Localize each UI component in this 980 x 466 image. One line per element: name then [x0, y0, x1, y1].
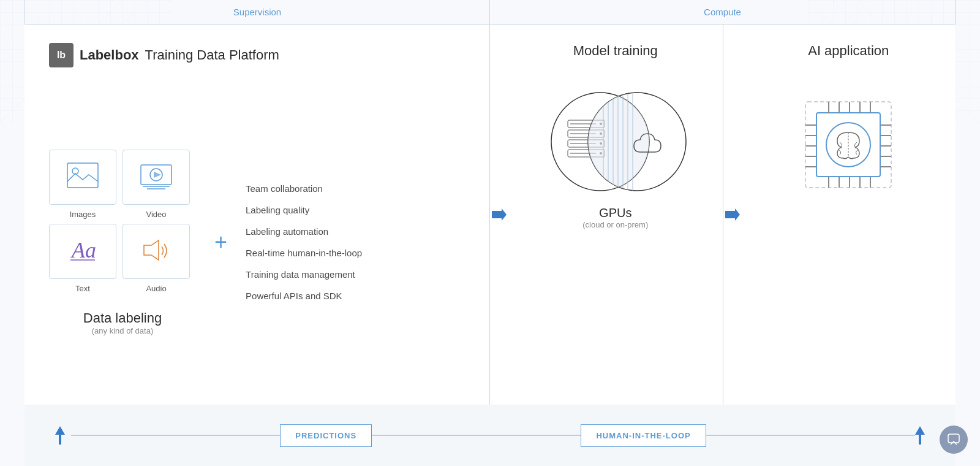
content-row: Images Video: [49, 98, 465, 386]
data-item-text: Aa Text: [49, 224, 116, 293]
feature-labeling-quality: Labeling quality: [246, 205, 362, 215]
ai-chip-container: [793, 90, 903, 200]
bottom-line-left: [71, 435, 280, 436]
feature-team-collaboration: Team collaboration: [246, 183, 362, 194]
logo-brand-name: Labelbox: [80, 47, 139, 63]
text-icon-box: Aa: [49, 224, 116, 279]
gpu-sub: (cloud or on-prem): [582, 220, 648, 229]
data-labeling-label: Data labeling (any kind of data): [49, 310, 196, 335]
left-panel: lb Labelbox Training Data Platform: [24, 25, 490, 405]
data-types-row-2: Aa Text: [49, 224, 196, 293]
svg-rect-8: [67, 163, 98, 188]
bottom-flow: PREDICTIONS HUMAN-IN-THE-LOOP: [24, 405, 956, 466]
predictions-box: PREDICTIONS: [280, 424, 372, 447]
gpu-label: GPUs (cloud or on-prem): [582, 206, 648, 229]
data-item-audio: Audio: [123, 224, 190, 293]
labelbox-logo-icon: lb: [49, 43, 74, 67]
gpu-title: GPUs: [582, 206, 648, 220]
images-label: Images: [70, 210, 96, 219]
logo-area: lb Labelbox Training Data Platform: [49, 43, 279, 67]
feature-data-management: Training data management: [246, 269, 362, 280]
bottom-line-middle: [372, 435, 581, 436]
data-labeling-sub: (any kind of data): [49, 326, 196, 335]
data-item-video: Video: [123, 150, 190, 219]
right-panel: AI application: [742, 25, 956, 405]
arrow-1: [490, 25, 508, 405]
images-icon-box: [49, 150, 116, 205]
video-icon-box: [123, 150, 190, 205]
text-label: Text: [75, 284, 90, 293]
main-content: lb Labelbox Training Data Platform: [24, 25, 956, 405]
logo-subtitle: Training Data Platform: [145, 47, 279, 63]
feature-human-loop: Real-time human-in-the-loop: [246, 248, 362, 258]
svg-marker-17: [144, 240, 159, 260]
svg-marker-43: [725, 208, 740, 221]
bottom-line-right: [706, 435, 915, 436]
audio-label: Audio: [146, 284, 166, 293]
top-labels: Supervision Compute: [0, 0, 980, 25]
data-types-row-1: Images Video: [49, 150, 196, 219]
supervision-label: Supervision: [24, 0, 490, 25]
model-training-title: Model training: [573, 43, 658, 59]
svg-marker-68: [55, 426, 65, 445]
data-item-images: Images: [49, 150, 116, 219]
feedback-button[interactable]: [940, 426, 968, 454]
middle-panel: Model training: [508, 25, 723, 405]
svg-text:Aa: Aa: [70, 238, 96, 262]
features-list: Team collaboration Labeling quality Labe…: [246, 183, 362, 301]
feature-apis-sdk: Powerful APIs and SDK: [246, 291, 362, 301]
svg-marker-18: [492, 208, 507, 221]
plus-sign: +: [214, 229, 227, 255]
arrow-2: [723, 25, 742, 405]
svg-marker-69: [915, 426, 925, 445]
ai-application-title: AI application: [808, 43, 889, 59]
data-types-grid: Images Video: [49, 150, 196, 335]
venn-diagram: [542, 83, 689, 200]
human-in-loop-box: HUMAN-IN-THE-LOOP: [581, 424, 706, 447]
feature-labeling-automation: Labeling automation: [246, 226, 362, 237]
audio-icon-box: [123, 224, 190, 279]
svg-point-34: [551, 93, 649, 191]
bottom-right-arrow: [915, 426, 925, 445]
compute-label: Compute: [490, 0, 956, 25]
svg-marker-12: [154, 172, 161, 178]
video-label: Video: [146, 210, 166, 219]
data-labeling-title: Data labeling: [49, 310, 196, 326]
bottom-left-arrow: [55, 426, 65, 445]
